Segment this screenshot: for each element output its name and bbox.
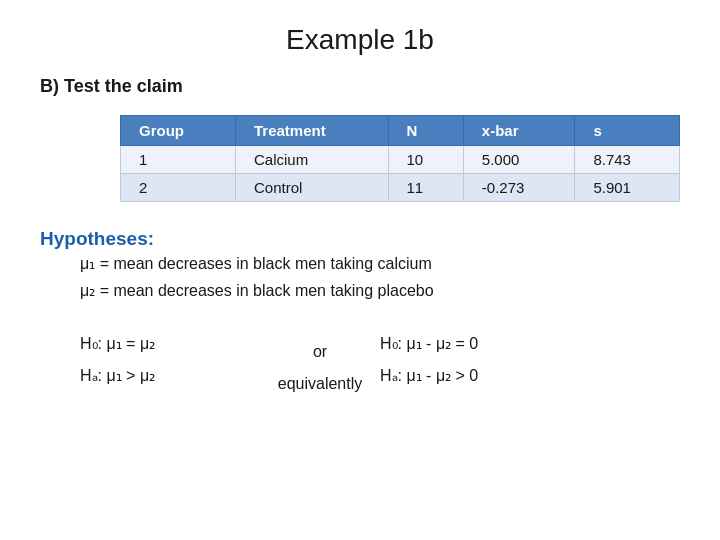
section-label: B) Test the claim [40, 76, 680, 97]
cell-xbar-1: 5.000 [463, 146, 575, 174]
page-title: Example 1b [40, 24, 680, 56]
hypotheses-section: Hypotheses: μ₁ = mean decreases in black… [40, 222, 680, 304]
cell-treatment-1: Calcium [236, 146, 388, 174]
hypotheses-heading: Hypotheses: [40, 228, 680, 250]
col-header-xbar: x-bar [463, 116, 575, 146]
eq-right-line1: H₀: μ₁ - μ₂ = 0 [380, 328, 560, 360]
eq-block-right: H₀: μ₁ - μ₂ = 0 Hₐ: μ₁ - μ₂ > 0 [380, 328, 560, 392]
col-header-s: s [575, 116, 680, 146]
page: Example 1b B) Test the claim Group Treat… [0, 0, 720, 540]
equations-row: H₀: μ₁ = μ₂ Hₐ: μ₁ > μ₂ or equivalently … [80, 328, 680, 400]
eq-right-line2: Hₐ: μ₁ - μ₂ > 0 [380, 360, 560, 392]
eq-middle-line1: or [313, 336, 327, 368]
table-row: 2 Control 11 -0.273 5.901 [121, 174, 680, 202]
table-row: 1 Calcium 10 5.000 8.743 [121, 146, 680, 174]
cell-group-2: 2 [121, 174, 236, 202]
cell-s-2: 5.901 [575, 174, 680, 202]
cell-treatment-2: Control [236, 174, 388, 202]
hypotheses-list: μ₁ = mean decreases in black men taking … [80, 250, 680, 304]
eq-left-line2: Hₐ: μ₁ > μ₂ [80, 360, 260, 392]
cell-xbar-2: -0.273 [463, 174, 575, 202]
eq-left-line1: H₀: μ₁ = μ₂ [80, 328, 260, 360]
hypothesis-line-2: μ₂ = mean decreases in black men taking … [80, 277, 680, 304]
eq-block-left: H₀: μ₁ = μ₂ Hₐ: μ₁ > μ₂ [80, 328, 260, 392]
col-header-n: N [388, 116, 463, 146]
cell-n-1: 10 [388, 146, 463, 174]
data-table: Group Treatment N x-bar s 1 Calcium 10 5… [120, 115, 680, 202]
col-header-treatment: Treatment [236, 116, 388, 146]
hypothesis-line-1: μ₁ = mean decreases in black men taking … [80, 250, 680, 277]
eq-block-middle: or equivalently [260, 328, 380, 400]
cell-group-1: 1 [121, 146, 236, 174]
cell-n-2: 11 [388, 174, 463, 202]
eq-middle-line2: equivalently [278, 368, 363, 400]
col-header-group: Group [121, 116, 236, 146]
cell-s-1: 8.743 [575, 146, 680, 174]
